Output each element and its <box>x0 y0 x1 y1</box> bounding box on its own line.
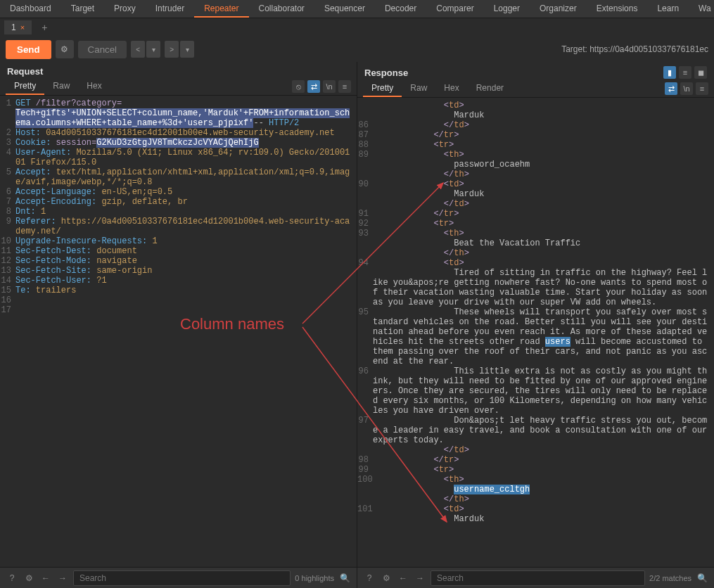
response-search-input[interactable] <box>431 570 645 586</box>
code-line[interactable]: <td> <box>357 101 714 110</box>
code-line[interactable]: 2Host: 0a4d00510337676181ec4d12001b00e4.… <box>0 128 357 138</box>
hide-icon[interactable]: ⦸ <box>292 80 305 93</box>
request-editor[interactable]: 1GET /filter?category=Tech+gifts'+UNION+… <box>0 96 357 567</box>
top-tab-sequencer[interactable]: Sequencer <box>314 0 375 18</box>
code-line[interactable]: Tired of sitting in traffic on the highw… <box>357 268 714 307</box>
send-button[interactable]: Send <box>6 40 51 59</box>
layout-full-icon[interactable]: ◼ <box>694 66 707 79</box>
code-line[interactable]: Beat the Vacation Traffic <box>357 238 714 248</box>
code-line[interactable]: 96 This little extra is not as costly as… <box>357 366 714 416</box>
view-tab-pretty[interactable]: Pretty <box>363 80 402 97</box>
history-forward-button[interactable]: > <box>165 41 179 58</box>
code-line[interactable]: 100 <th> <box>357 475 714 485</box>
top-tab-wa[interactable]: Wa <box>689 0 714 18</box>
top-tab-decoder[interactable]: Decoder <box>375 0 426 18</box>
view-tab-raw[interactable]: Raw <box>402 80 435 97</box>
arrow-right-icon[interactable]: → <box>414 572 426 584</box>
top-tab-proxy[interactable]: Proxy <box>104 0 146 18</box>
top-tab-repeater[interactable]: Repeater <box>194 0 248 18</box>
code-line[interactable]: </th> <box>357 248 714 258</box>
top-tab-dashboard[interactable]: Dashboard <box>0 0 61 18</box>
code-line[interactable]: 94 <td> <box>357 258 714 268</box>
newline-icon[interactable]: \n <box>323 80 336 93</box>
arrow-left-icon[interactable]: ← <box>39 572 52 584</box>
top-tab-logger[interactable]: Logger <box>484 0 530 18</box>
response-editor[interactable]: <td> Marduk86 </td>87 </tr>88 <tr>89 <th… <box>357 98 714 567</box>
cancel-button[interactable]: Cancel <box>78 41 127 58</box>
code-line[interactable]: Marduk <box>357 514 714 524</box>
view-tab-render[interactable]: Render <box>468 80 512 97</box>
code-line[interactable]: 93 <th> <box>357 229 714 238</box>
search-icon[interactable]: 🔍 <box>696 572 708 584</box>
code-line[interactable]: 9Referer: https://0a4d00510337676181ec4d… <box>0 217 357 236</box>
code-line[interactable]: 101 <td> <box>357 504 714 514</box>
code-line[interactable]: 88 <tr> <box>357 140 714 150</box>
code-line[interactable]: 5Accept: text/html,application/xhtml+xml… <box>0 167 357 187</box>
code-line[interactable]: </th> <box>357 170 714 179</box>
code-line[interactable]: username_ccltgh <box>357 485 714 494</box>
code-line[interactable]: 3Cookie: session=G2KuD3zGtgJV8TmCkczJcVY… <box>0 138 357 148</box>
code-line[interactable]: 99 <tr> <box>357 465 714 475</box>
code-line[interactable]: 10Upgrade-Insecure-Requests: 1 <box>0 236 357 246</box>
code-line[interactable]: 7Accept-Encoding: gzip, deflate, br <box>0 197 357 207</box>
arrow-right-icon[interactable]: → <box>56 572 69 584</box>
code-line[interactable]: 86 </td> <box>357 120 714 130</box>
history-dropdown-fwd-button[interactable]: ▾ <box>180 41 194 58</box>
toggle-icon[interactable]: ⇄ <box>307 80 320 93</box>
top-tab-comparer[interactable]: Comparer <box>426 0 483 18</box>
help-icon[interactable]: ? <box>363 572 376 584</box>
code-line[interactable]: 17 <box>0 305 357 315</box>
code-line[interactable]: 16 <box>0 295 357 305</box>
code-line[interactable]: 98 </tr> <box>357 455 714 465</box>
code-line[interactable]: 4User-Agent: Mozilla/5.0 (X11; Linux x86… <box>0 148 357 167</box>
top-tab-intruder[interactable]: Intruder <box>146 0 194 18</box>
code-line[interactable]: 90 <td> <box>357 179 714 189</box>
code-line[interactable]: 15Te: trailers <box>0 286 357 295</box>
code-line[interactable]: 97 Don&apos;t let heavy traffic stress y… <box>357 416 714 445</box>
code-line[interactable]: 92 <tr> <box>357 219 714 229</box>
code-line[interactable]: 13Sec-Fetch-Site: same-origin <box>0 266 357 276</box>
code-line[interactable]: </td> <box>357 199 714 209</box>
newline-icon[interactable]: \n <box>680 82 693 95</box>
repeater-tab-1[interactable]: 1 × <box>4 20 32 34</box>
code-line[interactable]: 14Sec-Fetch-User: ?1 <box>0 276 357 286</box>
code-line[interactable]: 89 <th> <box>357 150 714 160</box>
code-line[interactable]: 1GET /filter?category=Tech+gifts'+UNION+… <box>0 98 357 128</box>
top-tab-learn[interactable]: Learn <box>647 0 689 18</box>
code-line[interactable]: 12Sec-Fetch-Mode: navigate <box>0 256 357 266</box>
gear-icon[interactable]: ⚙ <box>380 572 393 584</box>
add-tab-button[interactable]: + <box>34 20 54 35</box>
view-tab-hex[interactable]: Hex <box>435 80 467 97</box>
request-search-input[interactable] <box>73 570 291 586</box>
options-icon[interactable]: ≡ <box>338 80 351 93</box>
code-line[interactable]: Marduk <box>357 110 714 120</box>
code-line[interactable]: Marduk <box>357 189 714 199</box>
target-label[interactable]: Target: https://0a4d00510337676181ec <box>561 44 708 54</box>
top-tab-organizer[interactable]: Organizer <box>530 0 587 18</box>
code-line[interactable]: 6Accept-Language: en-US,en;q=0.5 <box>0 187 357 197</box>
top-tab-extensions[interactable]: Extensions <box>587 0 648 18</box>
code-line[interactable]: password_ocaehm <box>357 160 714 170</box>
history-dropdown-button[interactable]: ▾ <box>146 41 160 58</box>
top-tab-target[interactable]: Target <box>61 0 104 18</box>
layout-top-icon[interactable]: ▮ <box>663 66 676 79</box>
view-tab-raw[interactable]: Raw <box>44 78 78 95</box>
history-back-button[interactable]: < <box>131 41 145 58</box>
layout-mid-icon[interactable]: ≡ <box>679 66 691 79</box>
view-tab-hex[interactable]: Hex <box>78 78 110 95</box>
close-icon[interactable]: × <box>20 23 25 32</box>
code-line[interactable]: </td> <box>357 445 714 455</box>
code-line[interactable]: 11Sec-Fetch-Dest: document <box>0 246 357 256</box>
arrow-left-icon[interactable]: ← <box>397 572 409 584</box>
code-line[interactable]: </th> <box>357 494 714 504</box>
toggle-icon[interactable]: ⇄ <box>665 82 677 95</box>
code-line[interactable]: 95 These wheels will transport you safel… <box>357 307 714 366</box>
view-tab-pretty[interactable]: Pretty <box>6 78 44 95</box>
gear-icon[interactable]: ⚙ <box>23 572 35 584</box>
top-tab-collaborator[interactable]: Collaborator <box>249 0 314 18</box>
code-line[interactable]: 87 </tr> <box>357 130 714 140</box>
help-icon[interactable]: ? <box>6 572 18 584</box>
search-icon[interactable]: 🔍 <box>338 572 351 584</box>
options-icon[interactable]: ≡ <box>696 82 708 95</box>
code-line[interactable]: 91 </tr> <box>357 209 714 219</box>
